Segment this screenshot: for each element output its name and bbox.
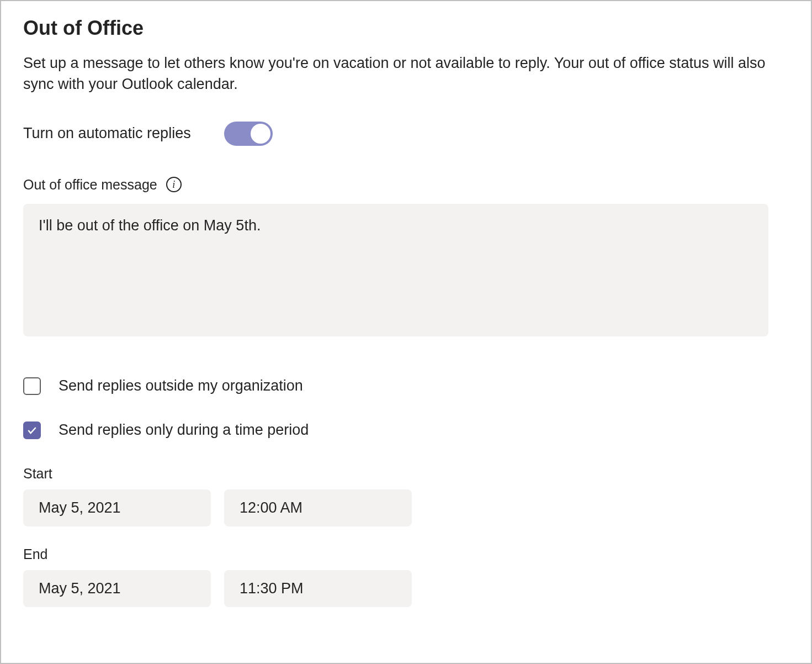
message-label: Out of office message — [23, 177, 157, 193]
outside-org-checkbox-label: Send replies outside my organization — [59, 377, 303, 394]
end-label: End — [23, 546, 789, 562]
info-icon[interactable]: i — [166, 177, 182, 192]
page-description: Set up a message to let others know you'… — [23, 53, 789, 95]
start-label: Start — [23, 466, 789, 482]
auto-replies-toggle[interactable] — [224, 122, 273, 146]
end-date-field[interactable]: May 5, 2021 — [23, 570, 211, 607]
start-date-field[interactable]: May 5, 2021 — [23, 489, 211, 526]
datetime-section: Start May 5, 2021 12:00 AM End May 5, 20… — [23, 466, 789, 607]
out-of-office-panel: Out of Office Set up a message to let ot… — [0, 0, 812, 664]
start-time-field[interactable]: 12:00 AM — [224, 489, 412, 526]
message-label-row: Out of office message i — [23, 177, 789, 193]
start-row: May 5, 2021 12:00 AM — [23, 489, 789, 526]
outside-org-checkbox-row: Send replies outside my organization — [23, 377, 789, 395]
time-period-checkbox-row: Send replies only during a time period — [23, 421, 789, 439]
auto-replies-toggle-row: Turn on automatic replies — [23, 122, 789, 146]
out-of-office-message-input[interactable] — [23, 204, 768, 336]
end-time-field[interactable]: 11:30 PM — [224, 570, 412, 607]
time-period-checkbox-label: Send replies only during a time period — [59, 421, 309, 439]
toggle-knob — [251, 124, 270, 144]
page-title: Out of Office — [23, 17, 789, 40]
outside-org-checkbox[interactable] — [23, 377, 41, 395]
auto-replies-toggle-label: Turn on automatic replies — [23, 125, 191, 142]
time-period-checkbox[interactable] — [23, 421, 41, 439]
end-row: May 5, 2021 11:30 PM — [23, 570, 789, 607]
